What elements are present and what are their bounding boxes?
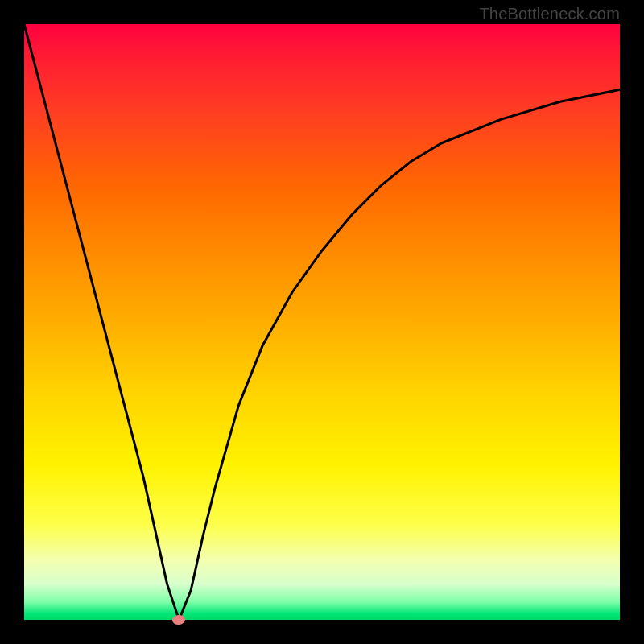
curve-path xyxy=(24,24,620,620)
chart-frame: TheBottleneck.com xyxy=(0,0,644,644)
bottleneck-curve xyxy=(24,24,620,620)
optimum-marker xyxy=(172,614,187,625)
watermark-text: TheBottleneck.com xyxy=(479,5,620,23)
plot-area xyxy=(24,24,620,620)
